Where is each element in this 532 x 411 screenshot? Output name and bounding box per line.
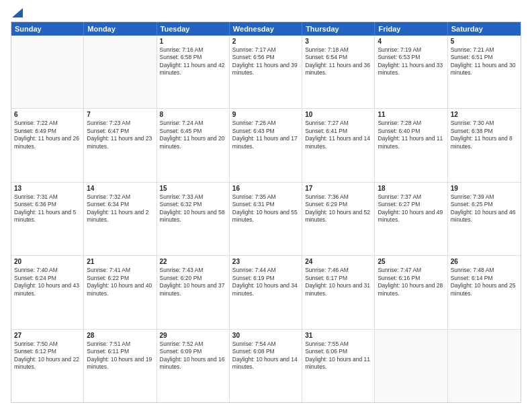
calendar-cell: 31Sunrise: 7:55 AM Sunset: 6:06 PM Dayli… — [302, 330, 375, 402]
day-number: 17 — [305, 185, 371, 192]
cell-text: Sunrise: 7:37 AM Sunset: 6:27 PM Dayligh… — [378, 193, 444, 224]
header — [11, 8, 521, 17]
cell-text: Sunrise: 7:27 AM Sunset: 6:41 PM Dayligh… — [305, 120, 371, 150]
calendar-cell: 29Sunrise: 7:52 AM Sunset: 6:09 PM Dayli… — [157, 330, 230, 402]
day-number: 26 — [451, 258, 518, 265]
calendar-cell: 30Sunrise: 7:54 AM Sunset: 6:08 PM Dayli… — [230, 330, 302, 402]
calendar-cell: 5Sunrise: 7:21 AM Sunset: 6:51 PM Daylig… — [448, 36, 521, 108]
calendar-row-4: 20Sunrise: 7:40 AM Sunset: 6:24 PM Dayli… — [11, 256, 521, 329]
day-number: 9 — [232, 111, 299, 118]
day-number: 7 — [87, 111, 153, 118]
calendar-cell: 28Sunrise: 7:51 AM Sunset: 6:11 PM Dayli… — [84, 330, 157, 402]
calendar-cell: 6Sunrise: 7:22 AM Sunset: 6:49 PM Daylig… — [11, 109, 84, 181]
calendar-row-1: 1Sunrise: 7:16 AM Sunset: 6:58 PM Daylig… — [11, 36, 521, 109]
day-number: 8 — [160, 111, 226, 118]
cell-text: Sunrise: 7:39 AM Sunset: 6:25 PM Dayligh… — [451, 193, 518, 224]
calendar-cell: 17Sunrise: 7:36 AM Sunset: 6:29 PM Dayli… — [302, 183, 375, 255]
calendar-cell: 2Sunrise: 7:17 AM Sunset: 6:56 PM Daylig… — [230, 36, 302, 108]
day-number: 22 — [160, 258, 226, 265]
calendar-cell: 14Sunrise: 7:32 AM Sunset: 6:34 PM Dayli… — [84, 183, 157, 255]
cell-text: Sunrise: 7:26 AM Sunset: 6:43 PM Dayligh… — [232, 120, 299, 150]
day-number: 16 — [232, 185, 299, 192]
calendar-cell: 4Sunrise: 7:19 AM Sunset: 6:53 PM Daylig… — [375, 36, 447, 108]
day-number: 25 — [378, 258, 444, 265]
cell-text: Sunrise: 7:47 AM Sunset: 6:16 PM Dayligh… — [378, 267, 444, 298]
cell-text: Sunrise: 7:44 AM Sunset: 6:19 PM Dayligh… — [232, 267, 299, 298]
logo — [11, 8, 23, 17]
cell-text: Sunrise: 7:30 AM Sunset: 6:38 PM Dayligh… — [451, 120, 518, 150]
calendar-cell: 1Sunrise: 7:16 AM Sunset: 6:58 PM Daylig… — [157, 36, 230, 108]
calendar-cell: 10Sunrise: 7:27 AM Sunset: 6:41 PM Dayli… — [302, 109, 375, 181]
calendar-cell: 22Sunrise: 7:43 AM Sunset: 6:20 PM Dayli… — [157, 256, 230, 328]
calendar-row-5: 27Sunrise: 7:50 AM Sunset: 6:12 PM Dayli… — [11, 330, 521, 402]
calendar-cell: 12Sunrise: 7:30 AM Sunset: 6:38 PM Dayli… — [448, 109, 521, 181]
cell-text: Sunrise: 7:19 AM Sunset: 6:53 PM Dayligh… — [378, 46, 444, 77]
day-number: 24 — [305, 258, 371, 265]
calendar-cell: 27Sunrise: 7:50 AM Sunset: 6:12 PM Dayli… — [11, 330, 84, 402]
day-number: 13 — [14, 185, 81, 192]
cell-text: Sunrise: 7:31 AM Sunset: 6:36 PM Dayligh… — [14, 193, 81, 224]
calendar-cell: 18Sunrise: 7:37 AM Sunset: 6:27 PM Dayli… — [375, 183, 447, 255]
cell-text: Sunrise: 7:46 AM Sunset: 6:17 PM Dayligh… — [305, 267, 371, 298]
day-number: 19 — [451, 185, 518, 192]
day-number: 15 — [160, 185, 226, 192]
day-number: 10 — [305, 111, 371, 118]
calendar-cell: 23Sunrise: 7:44 AM Sunset: 6:19 PM Dayli… — [230, 256, 302, 328]
calendar-cell: 3Sunrise: 7:18 AM Sunset: 6:54 PM Daylig… — [302, 36, 375, 108]
header-day-monday: Monday — [84, 22, 157, 36]
calendar: SundayMondayTuesdayWednesdayThursdayFrid… — [11, 21, 521, 403]
day-number: 5 — [451, 38, 518, 45]
day-number: 3 — [305, 38, 371, 45]
day-number: 4 — [378, 38, 444, 45]
header-day-saturday: Saturday — [448, 22, 521, 36]
day-number: 30 — [232, 332, 299, 339]
cell-text: Sunrise: 7:18 AM Sunset: 6:54 PM Dayligh… — [305, 46, 371, 77]
cell-text: Sunrise: 7:50 AM Sunset: 6:12 PM Dayligh… — [14, 340, 81, 371]
calendar-cell: 25Sunrise: 7:47 AM Sunset: 6:16 PM Dayli… — [375, 256, 447, 328]
cell-text: Sunrise: 7:36 AM Sunset: 6:29 PM Dayligh… — [305, 193, 371, 224]
header-day-sunday: Sunday — [11, 22, 84, 36]
day-number: 1 — [160, 38, 226, 45]
cell-text: Sunrise: 7:24 AM Sunset: 6:45 PM Dayligh… — [160, 120, 226, 150]
calendar-row-2: 6Sunrise: 7:22 AM Sunset: 6:49 PM Daylig… — [11, 109, 521, 182]
day-number: 14 — [87, 185, 153, 192]
calendar-cell: 15Sunrise: 7:33 AM Sunset: 6:32 PM Dayli… — [157, 183, 230, 255]
calendar-cell: 20Sunrise: 7:40 AM Sunset: 6:24 PM Dayli… — [11, 256, 84, 328]
calendar-cell — [84, 36, 157, 108]
day-number: 23 — [232, 258, 299, 265]
day-number: 12 — [451, 111, 518, 118]
calendar-cell: 19Sunrise: 7:39 AM Sunset: 6:25 PM Dayli… — [448, 183, 521, 255]
cell-text: Sunrise: 7:28 AM Sunset: 6:40 PM Dayligh… — [378, 120, 444, 150]
day-number: 31 — [305, 332, 371, 339]
calendar-cell: 16Sunrise: 7:35 AM Sunset: 6:31 PM Dayli… — [230, 183, 302, 255]
calendar-cell: 8Sunrise: 7:24 AM Sunset: 6:45 PM Daylig… — [157, 109, 230, 181]
header-day-friday: Friday — [375, 22, 447, 36]
calendar-cell: 11Sunrise: 7:28 AM Sunset: 6:40 PM Dayli… — [375, 109, 447, 181]
calendar-body: 1Sunrise: 7:16 AM Sunset: 6:58 PM Daylig… — [11, 36, 521, 402]
header-day-wednesday: Wednesday — [230, 22, 302, 36]
cell-text: Sunrise: 7:32 AM Sunset: 6:34 PM Dayligh… — [87, 193, 153, 224]
cell-text: Sunrise: 7:54 AM Sunset: 6:08 PM Dayligh… — [232, 340, 299, 371]
day-number: 21 — [87, 258, 153, 265]
calendar-cell — [11, 36, 84, 108]
cell-text: Sunrise: 7:40 AM Sunset: 6:24 PM Dayligh… — [14, 267, 81, 298]
header-day-thursday: Thursday — [302, 22, 375, 36]
calendar-header: SundayMondayTuesdayWednesdayThursdayFrid… — [11, 22, 521, 36]
calendar-cell — [448, 330, 521, 402]
page: SundayMondayTuesdayWednesdayThursdayFrid… — [0, 0, 532, 411]
cell-text: Sunrise: 7:41 AM Sunset: 6:22 PM Dayligh… — [87, 267, 153, 298]
logo-triangle-icon — [12, 8, 23, 20]
calendar-cell: 9Sunrise: 7:26 AM Sunset: 6:43 PM Daylig… — [230, 109, 302, 181]
day-number: 11 — [378, 111, 444, 118]
day-number: 27 — [14, 332, 81, 339]
cell-text: Sunrise: 7:16 AM Sunset: 6:58 PM Dayligh… — [160, 46, 226, 77]
day-number: 28 — [87, 332, 153, 339]
header-day-tuesday: Tuesday — [157, 22, 230, 36]
cell-text: Sunrise: 7:35 AM Sunset: 6:31 PM Dayligh… — [232, 193, 299, 224]
calendar-cell: 21Sunrise: 7:41 AM Sunset: 6:22 PM Dayli… — [84, 256, 157, 328]
day-number: 20 — [14, 258, 81, 265]
calendar-cell: 13Sunrise: 7:31 AM Sunset: 6:36 PM Dayli… — [11, 183, 84, 255]
cell-text: Sunrise: 7:17 AM Sunset: 6:56 PM Dayligh… — [232, 46, 299, 77]
cell-text: Sunrise: 7:55 AM Sunset: 6:06 PM Dayligh… — [305, 340, 371, 371]
calendar-cell: 26Sunrise: 7:48 AM Sunset: 6:14 PM Dayli… — [448, 256, 521, 328]
